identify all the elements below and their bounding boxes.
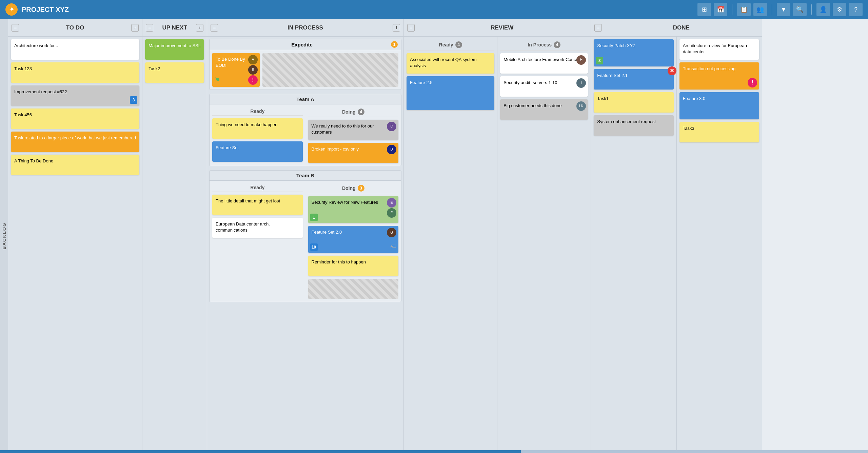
list-item[interactable]: Feature Set 2.1 ✕ [594,69,673,90]
card-text: Big customer needs this done [504,103,561,108]
flag-icon: ⚑ [214,75,220,85]
card-text: Security audit: servers 1-10 [504,80,557,85]
list-item[interactable]: Task2 [145,62,204,83]
list-item[interactable]: The little detail that might get lost [212,195,303,215]
list-item[interactable]: Feature Set [212,141,303,162]
header-toolbar: ⊞ 📅 📋 👥 ▼ 🔍 👤 ⚙ ? [697,3,863,16]
filter-icon[interactable]: ▼ [777,3,790,16]
grid-view-icon[interactable]: ⊞ [697,3,711,16]
list-item[interactable]: Feature Set 2.0 G 10 🏷 [308,226,399,253]
progress-bar-fill [0,450,521,453]
card-text: Mobile Architecture Framework Concept [504,57,582,62]
list-item[interactable]: Big customer needs this done LK [500,99,588,120]
list-item[interactable]: We really need to do this for our custom… [308,120,399,140]
card-text: Feature 2.5 [410,80,433,85]
team-b-doing: Doing 3 Security Review for New Features… [305,181,401,302]
card-text: We really need to do this for our custom… [312,123,374,135]
list-item[interactable]: Security audit: servers 1-10 I [500,76,588,97]
card-text: Broken import - csv only [312,146,359,152]
team-a-ready-header: Ready [212,107,303,116]
list-item[interactable]: Broken import - csv only D [308,143,399,163]
avatar: B [248,65,258,75]
expedite-header: Expedite 1 [210,39,401,50]
team-b-ready: Ready The little detail that might get l… [210,181,305,302]
card-text: The little detail that might get lost [216,198,280,203]
team-b-doing-count: 3 [358,185,364,192]
review-ready-count: 4 [455,41,462,48]
search-icon[interactable]: 🔍 [793,3,807,16]
done-col1: Security Patch XYZ 3 Feature Set 2.1 ✕ T… [591,37,676,453]
team-b-doing-header: Doing 3 [308,183,399,193]
backlog-sidebar: BACKLOG [0,19,8,453]
alert-icon: ! [748,78,757,87]
help-icon[interactable]: ? [849,3,863,16]
list-item[interactable]: System enhancement request [594,115,673,136]
avatar: C [387,122,396,131]
calendar-icon[interactable]: 📅 [714,3,727,16]
app-title: PROJECT XYZ [22,6,693,14]
list-item[interactable]: Task1 [594,92,673,113]
card-text: Major improvement to SSL [149,43,201,48]
card-text: Associated with recent QA system analysi… [410,57,477,68]
list-item[interactable]: Transaction not processing ! [679,62,759,90]
todo-collapse-button[interactable]: − [12,24,19,32]
list-item[interactable]: To Be Done By EOD! A B ⚑ ! [212,53,260,87]
list-item[interactable]: Reminder for this to happen [308,256,399,276]
card-text: Security Patch XYZ [597,43,635,48]
card-text: A Thing To Be Done [14,158,53,163]
list-item[interactable]: Task 123 [11,62,139,83]
list-item[interactable]: Security Patch XYZ 3 [594,39,673,66]
todo-add-button[interactable]: + [131,24,139,32]
review-inprocess-header: In Process 4 [500,39,588,51]
list-item[interactable]: Associated with recent QA system analysi… [407,53,494,74]
app-logo: ✦ [5,3,18,16]
upnext-collapse-button[interactable]: − [146,24,153,32]
avatar: G [387,228,396,237]
tag-icon: 🏷 [390,242,396,251]
settings-icon[interactable]: ⚙ [833,3,846,16]
card-text: Transaction not processing [683,66,736,71]
list-item[interactable]: Task 456 [11,109,139,129]
list-item[interactable]: Architecture work for... [11,39,139,60]
people-icon[interactable]: 👥 [753,3,767,16]
list-item[interactable]: Security Review for New Features E F 1 [308,196,399,223]
inprocess-collapse-button[interactable]: − [211,24,218,32]
list-item[interactable]: Major improvement to SSL [145,39,204,60]
card-avatars: A B [248,55,258,75]
list-item[interactable]: A Thing To Be Done [11,155,139,175]
remove-button[interactable]: ✕ [668,66,676,75]
upnext-add-button[interactable]: + [196,24,203,32]
todo-column-body: Architecture work for... Task 123 Improv… [8,37,142,453]
list-item[interactable]: Improvement request #522 3 [11,85,139,106]
team-b-ready-header: Ready [212,183,303,192]
done-collapse-button[interactable]: − [594,24,602,32]
list-item[interactable]: Feature 2.5 [407,76,494,110]
inprocess-column-title: IN PROCESS [218,24,393,31]
inprocess-column: − IN PROCESS ℹ Expedite 1 To Be Done By … [207,19,404,453]
card-text: Feature 3.0 [683,96,706,101]
list-item[interactable]: Task related to a larger piece of work t… [11,132,139,152]
inprocess-info-button[interactable]: ℹ [393,24,400,32]
team-a-section: Team A Ready Thing we need to make happe… [209,94,401,166]
review-collapse-button[interactable]: − [407,24,415,32]
list-item[interactable]: Architecture review for European data ce… [679,39,759,60]
upnext-column: − UP NEXT + Major improvement to SSL Tas… [142,19,207,453]
review-column-header: − REVIEW [404,19,591,37]
list-item[interactable]: Thing we need to make happen [212,118,303,139]
report-icon[interactable]: 📋 [737,3,751,16]
header: ✦ PROJECT XYZ ⊞ 📅 📋 👥 ▼ 🔍 👤 ⚙ ? [0,0,868,19]
list-item[interactable]: Task3 [679,122,759,142]
avatar: H [576,55,586,65]
user-icon[interactable]: 👤 [816,3,830,16]
list-item[interactable]: European Data center arch. communication… [212,218,303,238]
todo-column-header: − TO DO + [8,19,142,37]
review-ready-header: Ready 4 [407,39,494,51]
expedite-count: 1 [391,41,398,48]
list-item[interactable]: Feature 3.0 [679,92,759,119]
card-text: Architecture review for European data ce… [683,43,747,54]
review-body: Ready 4 Associated with recent QA system… [404,37,591,453]
card-text: Task3 [683,126,694,131]
divider [772,4,772,15]
card-text: System enhancement request [597,119,656,124]
list-item[interactable]: Mobile Architecture Framework Concept H [500,53,588,74]
